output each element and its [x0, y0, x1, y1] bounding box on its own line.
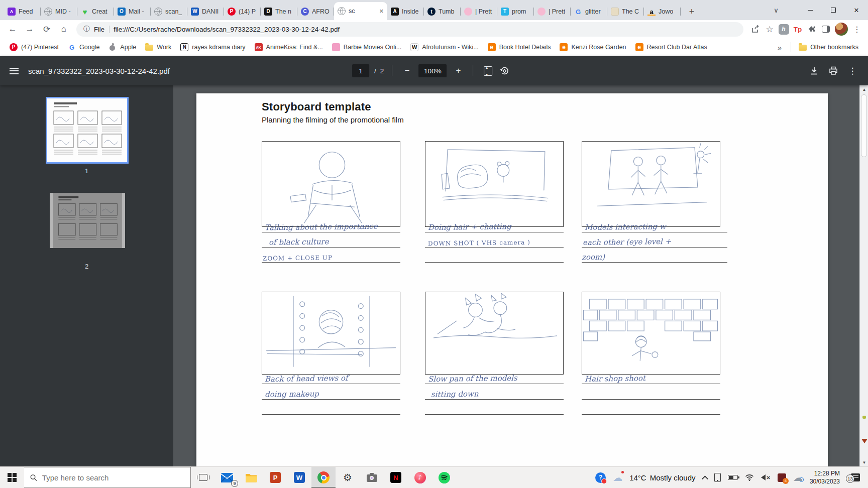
help-alert-icon[interactable]: ? — [595, 472, 606, 483]
scrollbar-thumb[interactable] — [861, 94, 867, 157]
window-close-button[interactable]: ✕ — [845, 0, 868, 20]
task-view-button[interactable] — [191, 467, 215, 488]
url-bar[interactable]: ⓘ File file:///C:/Users/rache/Downloads/… — [76, 22, 743, 37]
tab-mail[interactable]: OMail - — [114, 3, 151, 20]
download-icon[interactable] — [808, 64, 821, 77]
tab-inside[interactable]: AInside — [387, 3, 424, 20]
bookmark-notion[interactable]: Nrayes kdrama diary — [176, 41, 250, 54]
side-panel-glyph — [822, 26, 830, 33]
bookmark-afrofuturism[interactable]: WAfrofuturism - Wiki... — [406, 41, 483, 54]
bookmark-work-folder[interactable]: Work — [141, 41, 176, 54]
wifi-icon[interactable] — [745, 474, 754, 481]
bookmark-resort-club[interactable]: eResort Club Dar Atlas — [631, 41, 712, 54]
rotate-icon[interactable] — [499, 66, 509, 76]
close-tab-icon[interactable]: ✕ — [379, 8, 384, 15]
profile-avatar[interactable] — [835, 23, 848, 36]
caption-line — [425, 248, 564, 263]
thumbnail-2-label[interactable]: 2 — [0, 263, 173, 270]
tab-afro[interactable]: CAFRO — [297, 3, 334, 20]
taskbar-app-spotify[interactable] — [432, 467, 456, 488]
print-icon[interactable] — [827, 64, 840, 77]
extension-tp-icon[interactable]: Tp — [791, 22, 805, 36]
forward-icon[interactable]: → — [21, 22, 38, 37]
taskbar-search-box[interactable] — [24, 467, 191, 488]
weather-text[interactable]: 14°C Mostly cloudy — [629, 473, 695, 482]
onedrive-cloud-icon[interactable]: ☁ — [793, 472, 803, 483]
tab-prett-1[interactable]: | Prett — [461, 3, 497, 20]
tab-scan-pdf-active[interactable]: sc✕ — [334, 2, 387, 20]
thumbnail-1-label[interactable]: 1 — [0, 167, 173, 175]
tab-search-chevron-icon[interactable]: ∨ — [769, 7, 784, 14]
taskbar-app-music[interactable]: ♪ — [408, 467, 432, 488]
scroll-up-arrow-icon[interactable]: ▲ — [860, 85, 868, 93]
tablet-mode-icon[interactable] — [714, 473, 721, 482]
bookmark-apple[interactable]: Apple — [104, 41, 141, 54]
start-button[interactable] — [0, 467, 24, 488]
bookmark-animekisa[interactable]: AKAnimeKisa: Find &... — [250, 41, 328, 54]
extensions-puzzle-icon[interactable] — [805, 22, 819, 36]
tab-feed[interactable]: ΛFeed — [4, 3, 41, 20]
url-text[interactable]: file:///C:/Users/rache/Downloads/scan_97… — [114, 26, 340, 33]
window-minimize-button[interactable] — [799, 0, 822, 20]
other-bookmarks-folder[interactable]: Other bookmarks — [794, 41, 863, 54]
share-icon[interactable] — [748, 22, 763, 36]
notification-center-button[interactable]: 13 — [851, 473, 860, 481]
browser-menu-dots-icon[interactable]: ⋮ — [850, 22, 864, 36]
taskbar-app-camera[interactable] — [360, 467, 384, 488]
vertical-scrollbar[interactable]: ▲ ▼ — [859, 85, 868, 466]
scroll-down-arrow-icon[interactable]: ▼ — [860, 458, 868, 466]
volume-muted-icon[interactable]: ✕ — [761, 474, 771, 480]
bookmark-google[interactable]: GGoogle — [63, 41, 104, 54]
taskbar-app-settings[interactable]: ⚙ — [336, 467, 360, 488]
new-tab-button[interactable]: + — [685, 5, 699, 19]
taskbar-app-file-explorer[interactable] — [239, 467, 263, 488]
tab-mid[interactable]: MID - — [41, 3, 77, 20]
page-number-input[interactable]: 1 — [352, 64, 369, 77]
taskbar-app-chrome[interactable] — [311, 467, 336, 488]
zoom-level-input[interactable]: 100% — [418, 64, 447, 77]
taskbar-app-powerpoint[interactable]: P — [263, 467, 287, 488]
bookmark-book-hotel[interactable]: eBook Hotel Details — [483, 41, 556, 54]
page-thumbnail-1[interactable] — [47, 98, 127, 162]
window-maximize-button[interactable] — [822, 0, 845, 20]
reload-icon[interactable]: ⟳ — [38, 22, 55, 37]
tab-creat[interactable]: ♥Creat — [77, 3, 114, 20]
tab-prett-2[interactable]: | Prett — [534, 3, 571, 20]
extension-honey-icon[interactable]: h — [777, 22, 791, 36]
tab-pinterest[interactable]: P(14) P — [224, 3, 261, 20]
weather-icon[interactable]: ☁ — [613, 472, 622, 483]
bookmark-star-icon[interactable]: ☆ — [763, 22, 777, 36]
fit-to-page-icon[interactable] — [481, 64, 494, 77]
home-icon[interactable]: ⌂ — [55, 22, 72, 37]
tab-tumblr[interactable]: tTumb — [424, 3, 461, 20]
clock-time: 12:28 PM — [810, 469, 840, 477]
bookmarks-overflow-chevron[interactable]: » — [772, 43, 788, 52]
taskbar-app-netflix[interactable]: N — [384, 467, 408, 488]
side-panel-icon[interactable] — [819, 22, 833, 36]
tab-scan[interactable]: scan_ — [151, 3, 187, 20]
caption-text: Doing hair + chatting — [428, 222, 511, 232]
pdf-menu-icon[interactable] — [0, 68, 28, 74]
battery-icon[interactable] — [728, 475, 738, 480]
tab-danii[interactable]: WDANII — [187, 3, 224, 20]
tab-the-c[interactable]: The C — [607, 3, 644, 20]
bookmark-kenzi-rose[interactable]: eKenzi Rose Garden — [555, 41, 630, 54]
bookmark-pinterest[interactable]: P(47) Pinterest — [5, 41, 63, 54]
page-info-icon[interactable]: ⓘ — [83, 25, 90, 34]
tab-glitter[interactable]: Gglitter — [571, 3, 607, 20]
security-app-icon[interactable]: 4 — [778, 473, 786, 482]
bookmark-barbie[interactable]: Barbie Movies Onli... — [328, 41, 406, 54]
back-icon[interactable]: ← — [4, 22, 21, 37]
tray-expand-chevron-icon[interactable] — [703, 474, 707, 481]
taskbar-clock[interactable]: 12:28 PM 30/03/2023 — [810, 469, 840, 485]
page-thumbnail-2[interactable] — [50, 193, 125, 248]
taskbar-app-mail[interactable]: 9 — [215, 467, 239, 488]
search-input[interactable] — [42, 473, 184, 482]
tab-prom[interactable]: Tprom — [497, 3, 534, 20]
zoom-out-icon[interactable]: − — [400, 64, 413, 77]
tab-the-n[interactable]: DThe n — [261, 3, 297, 20]
taskbar-app-word[interactable]: W — [287, 467, 311, 488]
pdf-more-dots-icon[interactable]: ⋮ — [846, 64, 859, 77]
zoom-in-icon[interactable]: + — [452, 64, 465, 77]
tab-jowo[interactable]: aJowo — [644, 3, 681, 20]
